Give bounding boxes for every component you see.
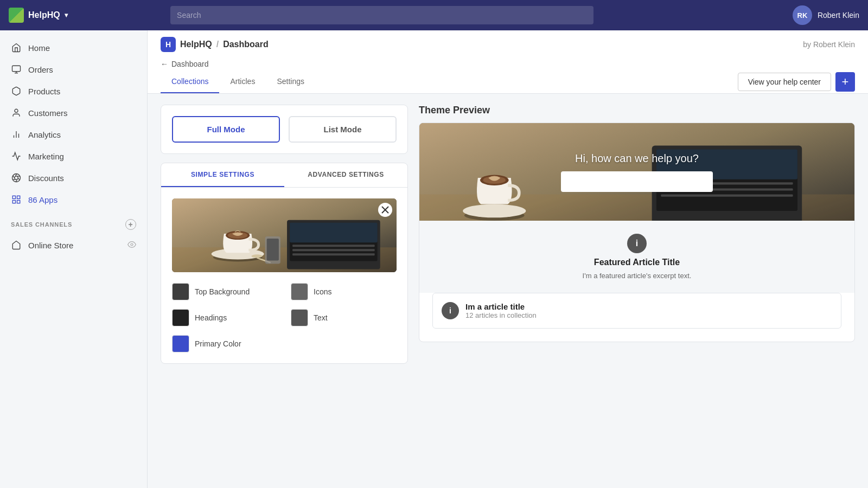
sidebar-label-apps: 86 Apps [28, 195, 58, 204]
image-close-button[interactable] [378, 203, 392, 217]
sidebar-item-products[interactable]: Products [0, 80, 147, 102]
headings-swatch[interactable] [172, 309, 189, 326]
brand-chevron-icon: ▾ [65, 11, 68, 19]
content-area: H HelpHQ / Dashboard by Robert Klein ← D… [148, 30, 868, 488]
breadcrumb: H HelpHQ / Dashboard [161, 37, 269, 52]
preview-article-icon: i [442, 302, 459, 319]
sidebar-item-online-store[interactable]: Online Store [0, 234, 147, 256]
settings-panel: SIMPLE SETTINGS ADVANCED SETTINGS [161, 163, 408, 364]
left-panel: Full Mode List Mode SIMPLE SETTINGS ADVA… [161, 105, 408, 477]
svg-point-40 [463, 204, 526, 217]
svg-rect-0 [12, 66, 21, 72]
preview-article-name: Im a article title [465, 302, 537, 311]
preview-hero-text: Hi, how can we help you? [575, 152, 699, 165]
svg-rect-30 [292, 249, 374, 251]
breadcrumb-row: H HelpHQ / Dashboard by Robert Klein [161, 30, 855, 56]
sidebar-label-online-store: Online Store [28, 241, 73, 250]
add-button[interactable]: + [835, 72, 855, 92]
svg-point-18 [131, 243, 133, 246]
full-mode-button[interactable]: Full Mode [172, 116, 280, 143]
icons-label: Icons [314, 287, 331, 296]
sidebar-item-marketing[interactable]: Marketing [0, 145, 147, 167]
add-sales-channel-button[interactable]: + [125, 219, 136, 230]
settings-body: Top Background Icons Headings [161, 188, 407, 363]
preview-article-count: 12 articles in collection [465, 311, 537, 319]
back-button[interactable]: ← Dashboard [161, 56, 855, 68]
orders-icon [11, 64, 22, 75]
svg-rect-17 [12, 201, 15, 203]
sidebar-item-customers[interactable]: Customers [0, 102, 147, 124]
image-upload-area [172, 198, 397, 272]
discounts-icon [11, 172, 22, 183]
breadcrumb-page: Dashboard [223, 40, 269, 49]
text-swatch[interactable] [291, 309, 308, 326]
sidebar-label-customers: Customers [28, 108, 68, 118]
sidebar: Home Orders Products Customers Analytics [0, 30, 148, 488]
svg-rect-29 [292, 245, 374, 247]
svg-rect-15 [17, 196, 20, 198]
color-row-top-bg: Top Background [172, 283, 278, 300]
breadcrumb-separator: / [216, 40, 219, 49]
brand-logo-icon [9, 8, 24, 23]
tabs-row: Collections Articles Settings View your … [161, 68, 855, 93]
top-background-label: Top Background [195, 287, 250, 296]
brand-logo-area[interactable]: HelpHQ ▾ [9, 8, 68, 23]
main-layout: Home Orders Products Customers Analytics [0, 30, 868, 488]
sales-channels-header: SALES CHANNELS + [0, 210, 147, 234]
svg-point-25 [251, 254, 262, 258]
online-store-icon [11, 240, 22, 251]
view-help-center-button[interactable]: View your help center [738, 73, 831, 91]
top-background-swatch[interactable] [172, 283, 189, 300]
back-label: Dashboard [171, 60, 209, 68]
sidebar-label-analytics: Analytics [28, 130, 61, 139]
panels: Full Mode List Mode SIMPLE SETTINGS ADVA… [148, 94, 868, 488]
sidebar-item-apps[interactable]: 86 Apps [0, 189, 147, 210]
apps-icon [11, 194, 22, 205]
advanced-settings-tab[interactable]: ADVANCED SETTINGS [284, 163, 407, 187]
svg-rect-16 [17, 201, 20, 203]
primary-color-swatch[interactable] [172, 335, 189, 352]
svg-rect-14 [12, 196, 15, 198]
svg-rect-48 [661, 194, 793, 196]
home-icon [11, 42, 22, 53]
settings-tabs: SIMPLE SETTINGS ADVANCED SETTINGS [161, 163, 407, 188]
header-actions: View your help center + [738, 72, 855, 92]
sidebar-label-discounts: Discounts [28, 174, 64, 183]
online-store-visibility-icon[interactable] [127, 240, 136, 251]
sales-channels-label: SALES CHANNELS [11, 221, 72, 228]
sidebar-item-home[interactable]: Home [0, 37, 147, 59]
tabs: Collections Articles Settings [161, 70, 315, 93]
products-icon [11, 86, 22, 97]
sidebar-item-discounts[interactable]: Discounts [0, 167, 147, 189]
headings-label: Headings [195, 313, 227, 322]
theme-preview-title: Theme Preview [419, 105, 855, 116]
tab-settings[interactable]: Settings [266, 70, 315, 93]
color-row-text: Text [291, 309, 397, 326]
by-user-label: by Robert Klein [803, 40, 855, 49]
search-input[interactable] [170, 6, 593, 24]
sidebar-item-analytics[interactable]: Analytics [0, 124, 147, 145]
sub-header: H HelpHQ / Dashboard by Robert Klein ← D… [148, 30, 868, 94]
hero-image-svg [172, 198, 397, 272]
svg-rect-32 [290, 223, 378, 242]
search-bar [170, 6, 593, 24]
analytics-icon [11, 129, 22, 140]
list-mode-button[interactable]: List Mode [289, 116, 397, 143]
sidebar-label-orders: Orders [28, 65, 53, 74]
simple-settings-tab[interactable]: SIMPLE SETTINGS [161, 163, 284, 187]
mode-selector: Full Mode List Mode [161, 105, 408, 154]
sidebar-label-marketing: Marketing [28, 152, 64, 161]
hero-image-preview [172, 198, 397, 272]
avatar[interactable]: RK [793, 5, 812, 25]
breadcrumb-app-icon: H [161, 37, 176, 52]
color-grid: Top Background Icons Headings [172, 283, 397, 352]
tab-articles[interactable]: Articles [219, 70, 266, 93]
icons-swatch[interactable] [291, 283, 308, 300]
right-panel: Theme Preview [419, 105, 855, 477]
text-label: Text [314, 313, 328, 322]
sidebar-item-orders[interactable]: Orders [0, 59, 147, 80]
customers-icon [11, 107, 22, 118]
tab-collections[interactable]: Collections [161, 70, 219, 93]
user-name: Robert Klein [818, 11, 859, 20]
color-row-icons: Icons [291, 283, 397, 300]
